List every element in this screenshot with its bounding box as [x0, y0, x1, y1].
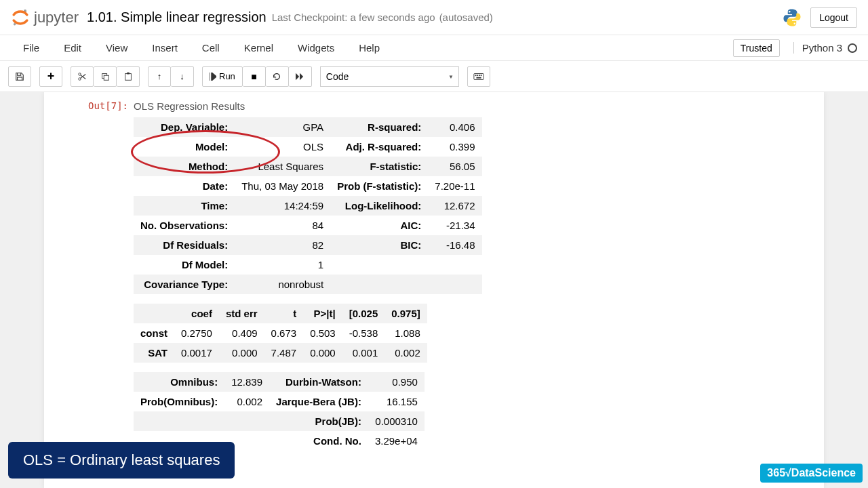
- svg-rect-7: [104, 75, 108, 80]
- paste-icon: [123, 72, 133, 81]
- coef-table: coef std err t P>|t| [0.025 0.975] const…: [134, 304, 427, 363]
- move-up-button[interactable]: ↑: [148, 66, 171, 87]
- output-cell: Out[7]: OLS Regression Results Dep. Vari…: [52, 98, 816, 463]
- plus-icon: +: [47, 69, 55, 83]
- paste-button[interactable]: [117, 66, 140, 87]
- checkpoint-text: Last Checkpoint: a few seconds ago: [272, 12, 435, 23]
- ols-title: OLS Regression Results: [134, 100, 816, 112]
- move-down-button[interactable]: ↓: [171, 66, 194, 87]
- svg-rect-9: [127, 72, 130, 74]
- keyboard-icon: [473, 73, 484, 81]
- fast-forward-icon: [295, 73, 304, 81]
- svg-rect-12: [477, 75, 478, 76]
- menu-help[interactable]: Help: [347, 37, 392, 59]
- svg-rect-11: [475, 75, 477, 76]
- stop-button[interactable]: ■: [243, 66, 266, 87]
- table-row: SAT 0.0017 0.000 7.487 0.000 0.001 0.002: [134, 343, 427, 363]
- cell-type-select[interactable]: [320, 66, 459, 87]
- svg-point-3: [794, 22, 796, 24]
- add-cell-button[interactable]: +: [39, 66, 62, 87]
- annotation-note: OLS = Ordinary least squares: [8, 442, 235, 479]
- restart-run-button[interactable]: [289, 66, 312, 87]
- kernel-indicator: Python 3: [793, 42, 857, 54]
- svg-rect-13: [479, 75, 480, 76]
- menu-kernel[interactable]: Kernel: [232, 37, 285, 59]
- copy-button[interactable]: [94, 66, 117, 87]
- menu-file[interactable]: File: [11, 37, 52, 59]
- output-prompt: Out[7]:: [52, 98, 134, 463]
- stop-icon: ■: [251, 71, 256, 82]
- kernel-status-icon: [848, 43, 857, 53]
- brand-badge: 365√DataScience: [760, 464, 863, 483]
- svg-rect-14: [481, 75, 482, 76]
- notebook-area: Out[7]: OLS Regression Results Dep. Vari…: [0, 92, 868, 488]
- svg-rect-8: [125, 73, 131, 80]
- output-area: OLS Regression Results Dep. Variable:GPA…: [134, 98, 816, 463]
- diag-table: Omnibus:12.839Durbin-Watson:0.950 Prob(O…: [134, 372, 425, 451]
- python-icon: [782, 7, 802, 28]
- restart-button[interactable]: [266, 66, 289, 87]
- brand-text: jupyter: [34, 9, 79, 26]
- menu-widgets[interactable]: Widgets: [285, 37, 347, 59]
- autosave-text: (autosaved): [439, 12, 493, 23]
- menu-insert[interactable]: Insert: [140, 37, 190, 59]
- menu-cell[interactable]: Cell: [190, 37, 232, 59]
- table-row: const 0.2750 0.409 0.673 0.503 -0.538 1.…: [134, 323, 427, 343]
- run-icon: [210, 73, 216, 81]
- header: jupyter 1.01. Simple linear regression L…: [0, 0, 868, 35]
- logout-button[interactable]: Logout: [810, 7, 857, 28]
- menu-view[interactable]: View: [94, 37, 140, 59]
- command-palette-button[interactable]: [467, 66, 490, 87]
- kernel-name: Python 3: [802, 42, 842, 54]
- scissors-icon: [77, 72, 87, 81]
- cell-type-value[interactable]: [320, 66, 459, 87]
- save-icon: [15, 72, 24, 81]
- restart-icon: [272, 72, 281, 81]
- svg-point-1: [14, 23, 16, 26]
- arrow-down-icon: ↓: [180, 71, 184, 81]
- arrow-up-icon: ↑: [157, 71, 162, 81]
- run-button[interactable]: Run: [202, 66, 243, 87]
- jupyter-logo[interactable]: jupyter: [11, 8, 79, 27]
- svg-rect-15: [476, 77, 481, 78]
- toolbar: + ↑ ↓ Run ■: [0, 61, 868, 92]
- svg-rect-10: [474, 73, 484, 79]
- copy-icon: [100, 72, 110, 81]
- notebook-container: Out[7]: OLS Regression Results Dep. Vari…: [44, 92, 824, 488]
- notebook-title[interactable]: 1.01. Simple linear regression: [87, 9, 267, 25]
- save-button[interactable]: [8, 66, 31, 87]
- svg-point-2: [789, 11, 791, 13]
- trusted-badge[interactable]: Trusted: [733, 39, 780, 57]
- jupyter-icon: [11, 8, 30, 27]
- menubar: File Edit View Insert Cell Kernel Widget…: [0, 35, 868, 61]
- menu-edit[interactable]: Edit: [52, 37, 94, 59]
- summary-table: Dep. Variable:GPAR-squared:0.406 Model:O…: [134, 117, 482, 294]
- cut-button[interactable]: [71, 66, 94, 87]
- run-label: Run: [219, 71, 235, 81]
